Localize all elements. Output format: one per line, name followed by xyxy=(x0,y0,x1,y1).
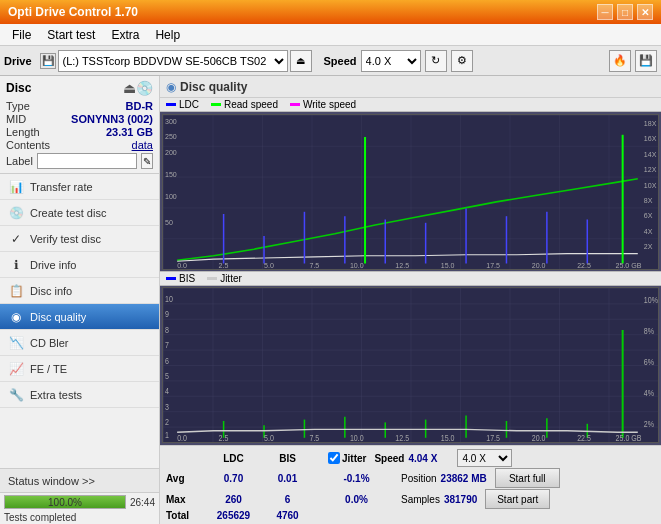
svg-text:300: 300 xyxy=(165,117,177,126)
svg-text:10.0: 10.0 xyxy=(350,261,364,269)
disc-contents-value[interactable]: data xyxy=(132,139,153,151)
svg-text:150: 150 xyxy=(165,169,177,178)
nav-create-test-disc-label: Create test disc xyxy=(30,207,106,219)
nav-verify-test-disc[interactable]: ✓ Verify test disc xyxy=(0,226,159,252)
eject-button[interactable]: ⏏ xyxy=(290,50,312,72)
drive-select[interactable]: (L:) TSSTcorp BDDVDW SE-506CB TS02 xyxy=(58,50,288,72)
toolbar: Drive 💾 (L:) TSSTcorp BDDVDW SE-506CB TS… xyxy=(0,46,661,76)
svg-text:16X: 16X xyxy=(644,134,657,143)
svg-text:4X: 4X xyxy=(644,227,653,236)
svg-text:20.0: 20.0 xyxy=(532,261,546,269)
save-button[interactable]: 💾 xyxy=(635,50,657,72)
disc-contents-label: Contents xyxy=(6,139,50,151)
avg-label: Avg xyxy=(166,473,202,484)
jitter-checkbox[interactable] xyxy=(328,452,340,464)
refresh-button[interactable]: ↻ xyxy=(425,50,447,72)
chart-title-icon: ◉ xyxy=(166,80,176,94)
legend-jitter: Jitter xyxy=(207,273,242,284)
svg-text:5.0: 5.0 xyxy=(264,261,274,269)
jitter-checkbox-group: Jitter xyxy=(328,452,366,464)
minimize-button[interactable]: ─ xyxy=(597,4,613,20)
svg-text:14X: 14X xyxy=(644,150,657,159)
disc-eject-icon[interactable]: ⏏💿 xyxy=(123,80,153,96)
disc-label-input[interactable] xyxy=(37,153,137,169)
status-completed-text: Tests completed xyxy=(0,511,159,524)
svg-text:2: 2 xyxy=(165,416,169,427)
nav-fe-te[interactable]: 📈 FE / TE xyxy=(0,356,159,382)
svg-text:25.0 GB: 25.0 GB xyxy=(616,261,642,269)
left-panel: Disc ⏏💿 Type BD-R MID SONYNN3 (002) Leng… xyxy=(0,76,160,524)
stats-ldc-header: LDC xyxy=(206,453,261,464)
speed-header-value: 4.04 X xyxy=(408,453,453,464)
legend-read-speed-label: Read speed xyxy=(224,99,278,110)
svg-text:2%: 2% xyxy=(644,417,655,428)
stats-bis-header: BIS xyxy=(265,453,310,464)
maximize-button[interactable]: □ xyxy=(617,4,633,20)
disc-label-button[interactable]: ✎ xyxy=(141,153,153,169)
max-label: Max xyxy=(166,494,202,505)
lower-chart: 10 9 8 7 6 5 4 3 2 1 10% 8% 6% 4% 2% xyxy=(162,287,659,443)
upper-chart: 300 250 200 150 100 50 18X 16X 14X 12X 1… xyxy=(162,114,659,270)
close-button[interactable]: ✕ xyxy=(637,4,653,20)
chart-header: ◉ Disc quality xyxy=(160,76,661,98)
nav-list: 📊 Transfer rate 💿 Create test disc ✓ Ver… xyxy=(0,174,159,408)
svg-text:6X: 6X xyxy=(644,211,653,220)
transfer-rate-icon: 📊 xyxy=(8,180,24,194)
fe-te-icon: 📈 xyxy=(8,362,24,376)
nav-transfer-rate-label: Transfer rate xyxy=(30,181,93,193)
lower-chart-svg: 10 9 8 7 6 5 4 3 2 1 10% 8% 6% 4% 2% xyxy=(163,288,658,442)
nav-disc-info[interactable]: 📋 Disc info xyxy=(0,278,159,304)
legend-read-speed-dot xyxy=(211,103,221,106)
nav-disc-quality[interactable]: ◉ Disc quality xyxy=(0,304,159,330)
legend-bis-dot xyxy=(166,277,176,280)
legend-read-speed: Read speed xyxy=(211,99,278,110)
speed-select-2[interactable]: 1.0 X2.0 X4.0 X8.0 X xyxy=(457,449,512,467)
svg-text:20.0: 20.0 xyxy=(532,431,546,442)
status-window-button[interactable]: Status window >> xyxy=(0,469,159,493)
titlebar: Opti Drive Control 1.70 ─ □ ✕ xyxy=(0,0,661,24)
menubar: File Start test Extra Help xyxy=(0,24,661,46)
disc-info-icon: 📋 xyxy=(8,284,24,298)
menu-start-test[interactable]: Start test xyxy=(39,26,103,44)
drive-info-icon: ℹ xyxy=(8,258,24,272)
svg-text:0.0: 0.0 xyxy=(177,261,187,269)
burn-button[interactable]: 🔥 xyxy=(609,50,631,72)
disc-type-value: BD-R xyxy=(126,100,154,112)
svg-text:12.5: 12.5 xyxy=(395,431,409,442)
svg-text:4%: 4% xyxy=(644,387,655,398)
svg-text:5: 5 xyxy=(165,370,169,381)
nav-extra-tests-label: Extra tests xyxy=(30,389,82,401)
nav-disc-quality-label: Disc quality xyxy=(30,311,86,323)
svg-text:200: 200 xyxy=(165,147,177,156)
svg-text:15.0: 15.0 xyxy=(441,261,455,269)
svg-text:0.0: 0.0 xyxy=(177,431,187,442)
nav-extra-tests[interactable]: 🔧 Extra tests xyxy=(0,382,159,408)
menu-file[interactable]: File xyxy=(4,26,39,44)
svg-rect-39 xyxy=(163,288,658,442)
speed-select[interactable]: 1.0 X2.0 X4.0 X8.0 X xyxy=(361,50,421,72)
svg-text:2.5: 2.5 xyxy=(219,261,229,269)
disc-label-label: Label xyxy=(6,155,33,167)
menu-extra[interactable]: Extra xyxy=(103,26,147,44)
nav-create-test-disc[interactable]: 💿 Create test disc xyxy=(0,200,159,226)
settings-button[interactable]: ⚙ xyxy=(451,50,473,72)
svg-text:8%: 8% xyxy=(644,325,655,336)
chart-legend-1: LDC Read speed Write speed xyxy=(160,98,661,112)
legend-ldc-dot xyxy=(166,103,176,106)
svg-text:10X: 10X xyxy=(644,180,657,189)
svg-text:4: 4 xyxy=(165,385,169,396)
svg-text:3: 3 xyxy=(165,401,169,412)
svg-text:2.5: 2.5 xyxy=(219,431,229,442)
nav-cd-bler[interactable]: 📉 CD Bler xyxy=(0,330,159,356)
start-part-button[interactable]: Start part xyxy=(485,489,550,509)
samples-label: Samples xyxy=(401,494,440,505)
start-full-button[interactable]: Start full xyxy=(495,468,560,488)
nav-disc-info-label: Disc info xyxy=(30,285,72,297)
nav-drive-info[interactable]: ℹ Drive info xyxy=(0,252,159,278)
main-container: Disc ⏏💿 Type BD-R MID SONYNN3 (002) Leng… xyxy=(0,76,661,524)
nav-transfer-rate[interactable]: 📊 Transfer rate xyxy=(0,174,159,200)
svg-text:50: 50 xyxy=(165,218,173,227)
disc-section: Disc ⏏💿 Type BD-R MID SONYNN3 (002) Leng… xyxy=(0,76,159,174)
menu-help[interactable]: Help xyxy=(147,26,188,44)
svg-text:100: 100 xyxy=(165,191,177,200)
